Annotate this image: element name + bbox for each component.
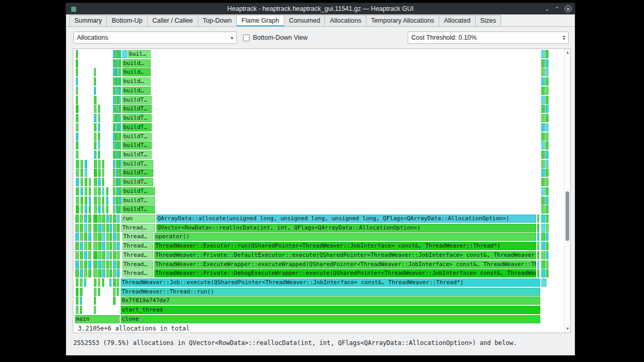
flame-bar[interactable]: [76, 68, 78, 76]
flame-bar[interactable]: [106, 251, 109, 259]
flame-bar[interactable]: buildT…: [122, 123, 152, 131]
flame-bar[interactable]: [80, 269, 83, 277]
flame-bar[interactable]: Thread…: [122, 251, 153, 259]
flame-bar[interactable]: [541, 187, 545, 195]
flame-bar[interactable]: [94, 105, 96, 113]
flame-bar[interactable]: [541, 114, 545, 122]
flame-bar[interactable]: [109, 260, 112, 269]
flame-bar[interactable]: [94, 87, 96, 95]
flame-bar[interactable]: buildT…: [122, 160, 153, 168]
flame-bar[interactable]: ThreadWeaver::Private::DebugExecuteWrapp…: [154, 269, 536, 277]
flame-bar[interactable]: [546, 269, 549, 277]
flame-bar[interactable]: [537, 269, 539, 277]
flame-bar[interactable]: [76, 105, 78, 113]
flame-bar[interactable]: [120, 196, 122, 205]
flame-bar[interactable]: [80, 297, 82, 305]
flame-bar[interactable]: [546, 224, 549, 232]
flame-bar[interactable]: buildT…: [122, 96, 152, 104]
flame-bar[interactable]: [76, 169, 79, 177]
tab-temporary-allocations[interactable]: Temporary Allocations: [366, 15, 439, 26]
flame-bar[interactable]: Thread…: [122, 242, 153, 250]
flame-bar[interactable]: [93, 251, 98, 259]
flame-bar[interactable]: buil…: [128, 50, 151, 58]
scroll-up-icon[interactable]: ▲: [565, 50, 571, 55]
flame-bar[interactable]: [102, 187, 104, 195]
flame-bar[interactable]: [88, 242, 91, 250]
flame-bar[interactable]: [117, 260, 120, 269]
flame-bar[interactable]: [98, 160, 101, 168]
flame-bar[interactable]: [541, 105, 545, 113]
flame-bar[interactable]: [75, 233, 79, 241]
flame-bar[interactable]: [120, 205, 122, 213]
flame-bar[interactable]: [119, 151, 121, 159]
flame-bar[interactable]: [102, 160, 104, 168]
flame-bar[interactable]: [89, 205, 91, 213]
flame-bar[interactable]: [541, 205, 545, 213]
flame-bar[interactable]: [81, 160, 83, 168]
flame-bar[interactable]: [88, 233, 91, 241]
flame-bar[interactable]: [76, 77, 78, 86]
flame-bar[interactable]: [541, 96, 545, 104]
flame-bar[interactable]: build…: [122, 59, 151, 68]
flame-bar[interactable]: buildT…: [122, 169, 153, 177]
flame-bar[interactable]: ThreadWeaver::Private::DefaultExecutor::…: [154, 251, 536, 259]
flame-bar[interactable]: [76, 278, 78, 287]
flame-bar[interactable]: [120, 160, 122, 168]
flame-bar[interactable]: [93, 269, 98, 277]
flame-bar[interactable]: [109, 251, 112, 259]
flame-bar[interactable]: [545, 133, 549, 141]
flame-bar[interactable]: [84, 242, 87, 250]
flame-bar[interactable]: [546, 251, 549, 259]
flame-bar[interactable]: [76, 187, 79, 195]
flame-bar[interactable]: [75, 242, 79, 250]
flame-bar[interactable]: [113, 288, 116, 296]
flame-bar[interactable]: [546, 215, 549, 223]
flame-bar[interactable]: [113, 233, 116, 241]
flame-bar[interactable]: buildT…: [122, 151, 152, 159]
flame-bar[interactable]: [94, 306, 96, 314]
flame-bar[interactable]: [94, 297, 96, 305]
flame-bar[interactable]: Thread…: [122, 269, 153, 277]
flame-bar[interactable]: [541, 160, 545, 168]
flame-bar[interactable]: [109, 242, 112, 250]
flame-bar[interactable]: [76, 50, 78, 58]
flame-bar[interactable]: [113, 196, 115, 205]
flame-bar[interactable]: buildT…: [122, 205, 155, 213]
flame-bar[interactable]: buildT…: [122, 196, 155, 205]
vertical-scrollbar[interactable]: ▲ ▼: [564, 49, 570, 333]
flame-bar[interactable]: [541, 251, 545, 259]
flame-bar[interactable]: [109, 233, 112, 241]
flame-bar[interactable]: [113, 269, 116, 277]
flame-bar[interactable]: [109, 278, 111, 287]
flame-bar[interactable]: [537, 233, 539, 241]
flame-bar[interactable]: [102, 269, 105, 277]
flame-bar[interactable]: [102, 224, 105, 232]
flame-bar[interactable]: [98, 141, 100, 150]
flame-bar[interactable]: buildT…: [122, 114, 152, 122]
flame-bar[interactable]: [120, 178, 122, 186]
flame-bar[interactable]: [541, 178, 545, 186]
flame-bar[interactable]: [113, 160, 115, 168]
flame-bar[interactable]: [117, 251, 120, 259]
flame-bar[interactable]: [102, 233, 105, 241]
flame-bar[interactable]: [541, 123, 545, 131]
flame-bar[interactable]: main: [75, 315, 120, 323]
flame-bar[interactable]: buildT…: [122, 141, 152, 150]
flame-bar[interactable]: QVector<RowData>::reallocData(int, int, …: [156, 224, 536, 232]
flame-bar[interactable]: [98, 205, 101, 213]
flame-bar[interactable]: [546, 233, 549, 241]
titlebar[interactable]: ▦ Heaptrack - heaptrack.heaptrack_gui.11…: [66, 3, 575, 14]
flame-bar[interactable]: [113, 297, 116, 305]
flame-bar[interactable]: [102, 205, 104, 213]
flame-bar[interactable]: [75, 269, 79, 277]
flame-bar[interactable]: [93, 224, 98, 232]
cost-threshold-spinbox[interactable]: Cost Threshold: 0.10% ▴ ▾: [408, 31, 569, 44]
flame-bar[interactable]: [545, 77, 549, 86]
flame-bar[interactable]: [76, 133, 78, 141]
spin-down-icon[interactable]: ▾: [563, 38, 565, 41]
flame-bar[interactable]: [81, 169, 83, 177]
flame-bar[interactable]: [545, 123, 549, 131]
flame-bar[interactable]: [102, 178, 104, 186]
flame-bar[interactable]: [76, 178, 79, 186]
flame-bar[interactable]: [113, 178, 115, 186]
